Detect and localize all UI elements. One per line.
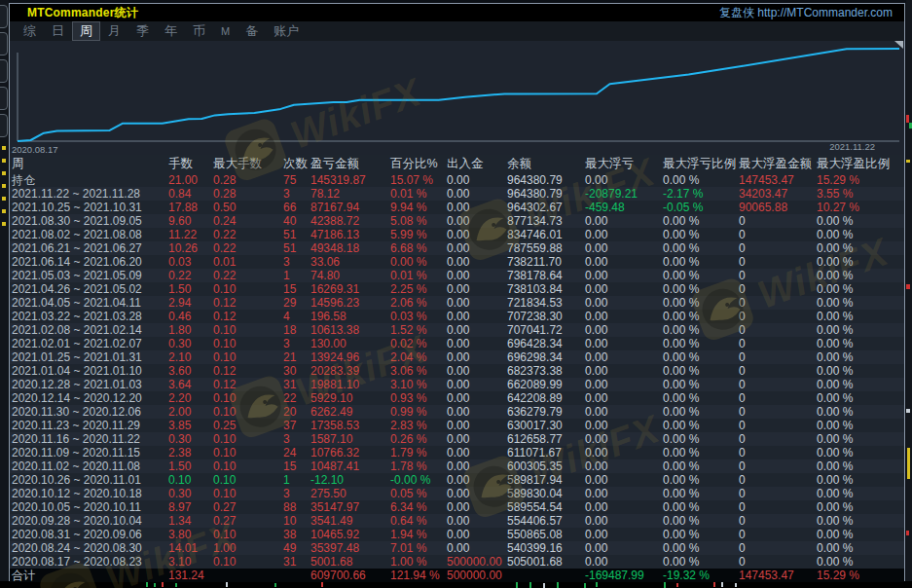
- table-cell: 0.30: [166, 337, 211, 350]
- table-cell: 0.00 %: [661, 405, 737, 419]
- table-cell: 0.00: [583, 364, 661, 378]
- table-row[interactable]: 2021.03.22 ~ 2021.03.280.460.124196.580.…: [10, 310, 904, 323]
- table-cell: 0.00 %: [815, 541, 904, 555]
- table-row[interactable]: 2020.11.23 ~ 2020.11.293.850.253717358.5…: [10, 419, 904, 432]
- background-mark: [906, 115, 909, 123]
- table-cell: 13924.96: [309, 350, 388, 364]
- table-cell: 2020.08.17 ~ 2020.08.23: [10, 555, 166, 569]
- table-cell: 0.10: [211, 432, 281, 446]
- table-header-cell: 周: [10, 155, 166, 173]
- menu-item-4[interactable]: 月: [100, 21, 128, 41]
- table-row[interactable]: 持仓21.000.2875145319.8715.07 %0.00964380.…: [10, 173, 904, 187]
- table-row[interactable]: 2020.11.09 ~ 2020.11.152.380.102410766.3…: [10, 446, 904, 459]
- table-cell: 1: [281, 473, 309, 487]
- table-cell: 11.22: [166, 228, 211, 241]
- window-titlebar[interactable]: MTCommander统计 复盘侠 http://MTCommander.com: [10, 4, 904, 21]
- table-cell: 3.80: [166, 528, 211, 541]
- table-cell: 0.03 %: [388, 310, 445, 323]
- table-cell: 2020.11.02 ~ 2020.11.08: [10, 459, 166, 473]
- resize-grip-icon[interactable]: [894, 41, 903, 49]
- table-row[interactable]: 2021.08.30 ~ 2021.09.059.600.244042388.7…: [10, 214, 904, 228]
- table-cell: 40: [281, 214, 309, 228]
- table-row[interactable]: 2021.06.21 ~ 2021.06.2710.260.225149348.…: [10, 241, 904, 255]
- table-cell: 0.00: [445, 310, 505, 323]
- menu-item-7[interactable]: 币: [185, 21, 213, 41]
- table-cell: 500000.00: [445, 555, 505, 569]
- table-cell: 0.00 %: [815, 473, 904, 487]
- table-cell: 0.28: [211, 173, 281, 187]
- table-cell: 0: [737, 391, 815, 405]
- table-row[interactable]: 2021.01.25 ~ 2021.01.312.100.102113924.9…: [10, 350, 904, 364]
- table-cell: 0.00 %: [661, 364, 737, 378]
- table-row[interactable]: 2020.09.28 ~ 2020.10.041.340.27103541.49…: [10, 514, 904, 528]
- table-cell: 49348.18: [309, 241, 388, 255]
- table-cell: 2.06 %: [388, 296, 445, 310]
- table-cell: 0.46: [166, 310, 211, 323]
- table-cell: 0.01 %: [388, 187, 445, 201]
- table-cell: 0: [737, 228, 815, 241]
- table-cell: 0.00: [445, 391, 505, 405]
- table-cell: 0.00: [583, 337, 661, 350]
- table-cell: 0.00 %: [661, 173, 737, 187]
- table-cell: 0.00: [445, 419, 505, 432]
- table-row[interactable]: 2021.02.08 ~ 2021.02.141.800.101810613.3…: [10, 323, 904, 337]
- background-candle: [321, 582, 323, 587]
- table-cell: 2021.05.03 ~ 2021.05.09: [10, 269, 166, 282]
- table-row[interactable]: 2020.11.30 ~ 2020.12.062.000.10206262.49…: [10, 405, 904, 419]
- menu-item-3[interactable]: 周: [72, 21, 100, 41]
- table-cell: 275.50: [309, 487, 388, 500]
- menu-item-6[interactable]: 年: [157, 21, 185, 41]
- table-row[interactable]: 2020.12.14 ~ 2020.12.202.200.10225929.10…: [10, 391, 904, 405]
- table-row[interactable]: 2021.02.01 ~ 2021.02.070.300.103130.000.…: [10, 337, 904, 350]
- table-row[interactable]: 2021.10.25 ~ 2021.10.3117.880.506687167.…: [10, 201, 904, 214]
- menu-item-8[interactable]: M: [213, 24, 237, 38]
- table-cell: 10: [281, 514, 309, 528]
- table-row[interactable]: 2020.08.17 ~ 2020.08.233.100.10315001.68…: [10, 555, 904, 569]
- table-cell: 0.00: [445, 241, 505, 255]
- table-row[interactable]: 2021.11.22 ~ 2021.11.280.840.28378.120.0…: [10, 187, 904, 201]
- table-cell: 0.00 %: [661, 310, 737, 323]
- table-cell: -459.48: [583, 201, 661, 214]
- table-cell: 0.24: [211, 214, 281, 228]
- table-cell: 834746.01: [505, 228, 583, 241]
- table-cell: 1.80: [166, 323, 211, 337]
- menu-item-2[interactable]: 日: [44, 21, 72, 41]
- table-cell: 0.12: [211, 296, 281, 310]
- table-row[interactable]: 2020.11.02 ~ 2020.11.081.500.101510487.4…: [10, 459, 904, 473]
- menu-item-5[interactable]: 季: [128, 21, 157, 41]
- table-cell: 0.00 %: [815, 310, 904, 323]
- table-cell: 0.00 %: [661, 228, 737, 241]
- table-row[interactable]: 2020.10.26 ~ 2020.11.010.100.101-12.10-0…: [10, 473, 904, 487]
- table-cell: 0: [737, 323, 815, 337]
- menu-item-1[interactable]: 综: [16, 21, 44, 41]
- table-row[interactable]: 2020.10.12 ~ 2020.10.180.300.103275.500.…: [10, 487, 904, 500]
- table-cell: 0.00 %: [661, 350, 737, 364]
- background-candle: [721, 582, 723, 587]
- table-row[interactable]: 2021.04.26 ~ 2021.05.021.500.101516269.3…: [10, 282, 904, 296]
- background-candle: [274, 583, 276, 587]
- table-row[interactable]: 2020.08.31 ~ 2020.09.063.800.103810465.9…: [10, 528, 904, 541]
- x-axis-end-label: 2021.11.22: [829, 141, 875, 152]
- brand-link[interactable]: 复盘侠 http://MTCommander.com: [719, 5, 893, 21]
- menu-item-10[interactable]: 账户: [266, 21, 307, 41]
- table-cell: 0.00: [445, 228, 505, 241]
- table-cell: 3: [281, 255, 309, 269]
- table-row[interactable]: 2020.08.24 ~ 2020.08.3014.011.004935397.…: [10, 541, 904, 555]
- table-cell: 0.25: [211, 419, 281, 432]
- table-cell: 0.99 %: [388, 405, 445, 419]
- table-cell: 0.03: [166, 255, 211, 269]
- table-cell: 0: [737, 446, 815, 459]
- table-row[interactable]: 2021.05.03 ~ 2021.05.090.220.22174.800.0…: [10, 269, 904, 282]
- table-row[interactable]: 2021.06.14 ~ 2021.06.200.030.01333.060.0…: [10, 255, 904, 269]
- table-row[interactable]: 2021.04.05 ~ 2021.04.112.940.122914596.2…: [10, 296, 904, 310]
- table-row[interactable]: 2021.01.04 ~ 2021.01.103.600.123020283.3…: [10, 364, 904, 378]
- stats-table: 周手数最大手数次数盈亏金额百分比%出入金余额最大浮亏最大浮亏比例最大浮盈金额最大…: [10, 155, 904, 582]
- table-row[interactable]: 2020.11.16 ~ 2020.11.220.300.1031587.100…: [10, 432, 904, 446]
- table-row[interactable]: 2020.12.28 ~ 2021.01.033.640.123119881.1…: [10, 378, 904, 391]
- table-cell: 0.00: [583, 459, 661, 473]
- background-candle: [175, 583, 177, 587]
- menu-item-9[interactable]: 备: [237, 21, 266, 41]
- table-row[interactable]: 2021.08.02 ~ 2021.08.0811.220.225147186.…: [10, 228, 904, 241]
- table-cell: 0.00 %: [661, 419, 737, 432]
- table-row[interactable]: 2020.10.05 ~ 2020.10.118.970.278835147.9…: [10, 500, 904, 514]
